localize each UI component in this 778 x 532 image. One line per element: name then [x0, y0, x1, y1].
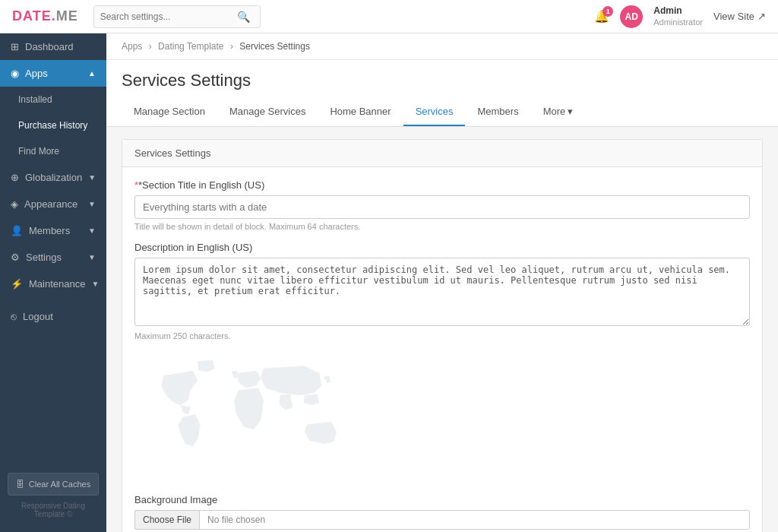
sidebar-footer: Responsive Dating Template ©	[8, 496, 99, 524]
chevron-up-icon: ▲	[88, 69, 96, 78]
section-title-label: **Section Title in English (US)	[134, 179, 750, 191]
tab-manage-section[interactable]: Manage Section	[122, 98, 217, 126]
description-textarea[interactable]: Lorem ipsum dolor sit amet, consectetur …	[134, 258, 750, 326]
chevron-down-icon: ▼	[88, 173, 96, 182]
file-name-display: No file chosen	[199, 510, 750, 530]
breadcrumb-dating-template[interactable]: Dating Template	[158, 41, 224, 52]
section-title-hint: Title will be shown in detail of block. …	[134, 222, 750, 231]
sidebar-item-installed[interactable]: Installed	[0, 87, 106, 112]
chevron-down-icon: ▼	[88, 200, 96, 208]
sidebar-item-maintenance[interactable]: ⚡ Maintenance ▼	[0, 271, 106, 297]
section-title-input[interactable]	[134, 195, 750, 219]
breadcrumb-sep2: ›	[230, 41, 233, 52]
view-site-button[interactable]: View Site ↗	[713, 11, 766, 22]
notification-button[interactable]: 🔔 1	[594, 9, 609, 24]
topbar: DATE.ME 🔍 🔔 1 AD Admin Administrator Vie…	[0, 0, 778, 33]
search-input[interactable]	[100, 11, 237, 22]
sidebar-item-members[interactable]: 👤 Members ▼	[0, 217, 106, 244]
sidebar-item-label: Settings	[26, 252, 62, 263]
admin-name: Admin	[653, 5, 703, 17]
admin-role: Administrator	[653, 17, 703, 27]
description-hint: Maximum 250 characters.	[134, 331, 750, 340]
sidebar-item-dashboard[interactable]: ⊞ Dashboard	[0, 33, 106, 60]
sidebar-item-label: Members	[29, 225, 70, 236]
sidebar-item-apps[interactable]: ◉ Apps ▲	[0, 60, 106, 87]
sidebar-item-logout[interactable]: ⎋ Logout	[0, 303, 106, 330]
sidebar-item-label: Purchase History	[18, 120, 87, 131]
globalization-icon: ⊕	[11, 172, 19, 183]
page-title-bar: Services Settings	[106, 60, 778, 98]
topbar-right: 🔔 1 AD Admin Administrator View Site ↗	[594, 5, 766, 28]
breadcrumb-current: Services Settings	[239, 41, 310, 52]
cache-icon: 🗄	[16, 480, 24, 489]
description-group: Description in English (US) Lorem ipsum …	[134, 242, 750, 340]
layout: ⊞ Dashboard ◉ Apps ▲ Installed Purchase …	[0, 33, 778, 532]
logo: DATE.ME	[12, 8, 78, 24]
sidebar-item-purchase-history[interactable]: Purchase History	[0, 112, 106, 138]
appearance-icon: ◈	[11, 198, 18, 210]
tab-more[interactable]: More ▾	[531, 98, 586, 126]
clear-cache-button[interactable]: 🗄 Clear All Caches	[8, 473, 99, 496]
card-body: **Section Title in English (US) Title wi…	[122, 167, 762, 532]
external-link-icon: ↗	[757, 11, 766, 22]
world-map	[134, 351, 378, 488]
page-title: Services Settings	[122, 71, 763, 90]
sidebar: ⊞ Dashboard ◉ Apps ▲ Installed Purchase …	[0, 33, 106, 532]
sidebar-item-find-more[interactable]: Find More	[0, 138, 106, 164]
main-content: Apps › Dating Template › Services Settin…	[106, 33, 778, 532]
maintenance-icon: ⚡	[11, 278, 23, 290]
sidebar-item-appearance[interactable]: ◈ Appearance ▼	[0, 191, 106, 217]
sidebar-item-label: Installed	[18, 94, 52, 105]
chevron-down-icon: ▼	[88, 253, 96, 261]
dashboard-icon: ⊞	[11, 41, 19, 52]
breadcrumb: Apps › Dating Template › Services Settin…	[106, 33, 778, 60]
breadcrumb-apps[interactable]: Apps	[122, 41, 142, 52]
background-image-group: Background Image Choose File No file cho…	[134, 494, 750, 532]
tab-manage-services[interactable]: Manage Services	[217, 98, 318, 126]
sidebar-item-label: Dashboard	[25, 41, 74, 52]
tabs-bar: Manage Section Manage Services Home Bann…	[106, 98, 778, 127]
breadcrumb-sep: ›	[149, 41, 152, 52]
sidebar-item-label: Appearance	[24, 198, 77, 210]
caret-down-icon: ▾	[568, 106, 573, 117]
settings-icon: ⚙	[11, 252, 20, 263]
search-bar[interactable]: 🔍	[93, 5, 261, 28]
file-upload-row: Choose File No file chosen	[134, 510, 750, 530]
chevron-down-icon: ▼	[91, 280, 99, 288]
services-settings-card: Services Settings **Section Title in Eng…	[122, 139, 763, 532]
logout-icon: ⎋	[11, 311, 17, 322]
tab-members[interactable]: Members	[465, 98, 530, 126]
sidebar-item-label: Maintenance	[29, 278, 85, 290]
members-icon: 👤	[11, 225, 23, 236]
avatar: AD	[620, 5, 643, 28]
sidebar-item-label: Logout	[23, 311, 53, 322]
chevron-down-icon: ▼	[88, 226, 96, 235]
description-label: Description in English (US)	[134, 242, 750, 253]
card-header: Services Settings	[122, 140, 762, 167]
apps-icon: ◉	[11, 68, 19, 79]
notification-badge: 1	[602, 6, 613, 17]
content-area: Services Settings **Section Title in Eng…	[106, 127, 778, 532]
file-choose-button[interactable]: Choose File	[134, 510, 199, 530]
sidebar-item-globalization[interactable]: ⊕ Globalization ▼	[0, 164, 106, 191]
tab-home-banner[interactable]: Home Banner	[318, 98, 403, 126]
tab-services[interactable]: Services	[403, 98, 466, 126]
search-icon: 🔍	[237, 11, 250, 23]
sidebar-item-label: Globalization	[25, 172, 82, 183]
background-image-label: Background Image	[134, 494, 750, 505]
sidebar-item-settings[interactable]: ⚙ Settings ▼	[0, 244, 106, 271]
section-title-group: **Section Title in English (US) Title wi…	[134, 179, 750, 231]
sidebar-item-label: Apps	[25, 68, 48, 79]
sidebar-item-label: Find More	[18, 146, 59, 157]
admin-info: Admin Administrator	[653, 5, 703, 28]
